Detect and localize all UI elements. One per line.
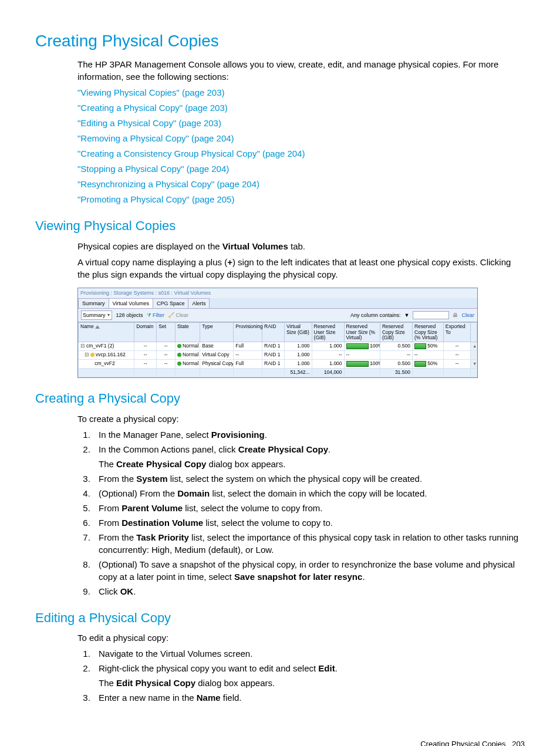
creating-heading: Creating a Physical Copy <box>35 390 525 408</box>
editing-heading: Editing a Physical Copy <box>35 609 525 627</box>
tab-alerts[interactable]: Alerts <box>188 298 210 309</box>
editing-intro: To edit a physical copy: <box>77 632 525 644</box>
tab-summary[interactable]: Summary <box>78 298 109 309</box>
creating-intro: To create a physical copy: <box>77 413 525 425</box>
sort-asc-icon <box>95 325 100 329</box>
column-header[interactable]: Name <box>79 323 134 342</box>
step-item: From the Task Priority list, select the … <box>93 531 525 556</box>
step-item: Navigate to the Virtual Volumes screen. <box>93 647 525 660</box>
page-footer: Creating Physical Copies 203 <box>35 739 525 746</box>
section-link[interactable]: "Promoting a Physical Copy" (page 205) <box>77 193 525 205</box>
chevron-down-icon[interactable]: ▼ <box>404 312 410 319</box>
page-title: Creating Physical Copies <box>35 29 525 52</box>
step-item: (Optional) From the Domain list, select … <box>93 487 525 499</box>
step-item: From the System list, select the system … <box>93 472 525 485</box>
table-row[interactable]: ⊟cm_vvF1 (2)----NormalBaseFullRAID 11.00… <box>79 342 477 351</box>
column-header[interactable]: Type <box>200 323 234 342</box>
column-header[interactable]: Virtual Size (GiB) <box>285 323 312 342</box>
column-header[interactable]: Reserved User Size (GiB) <box>312 323 344 342</box>
tab-cpg-space[interactable]: CPG Space <box>153 298 189 309</box>
section-link[interactable]: "Creating a Physical Copy" (page 203) <box>77 102 525 114</box>
column-header[interactable]: Reserved User Size (% Virtual) <box>344 323 380 342</box>
table-totals-row: 51,342...104,00031.500 <box>79 368 477 377</box>
step-item: From Destination Volume list, select the… <box>93 517 525 529</box>
tab-virtual-volumes[interactable]: Virtual Volumes <box>109 298 153 309</box>
filter-link[interactable]: ⧩ Filter <box>147 312 165 319</box>
section-link[interactable]: "Removing a Physical Copy" (page 204) <box>77 132 525 144</box>
viewing-p2: A virtual copy name displaying a plus (+… <box>77 256 525 281</box>
printer-icon[interactable]: 🖶 <box>453 312 458 319</box>
column-header[interactable]: Domain <box>134 323 157 342</box>
step-item: Click OK. <box>93 585 525 598</box>
column-header[interactable]: Set <box>157 323 176 342</box>
creating-steps: In the Manager Pane, select Provisioning… <box>77 428 525 598</box>
column-header[interactable]: Provisioning <box>234 323 262 342</box>
step-item: From Parent Volume list, select the volu… <box>93 502 525 514</box>
section-link[interactable]: "Creating a Consistency Group Physical C… <box>77 147 525 160</box>
section-link[interactable]: "Resynchronizing a Physical Copy" (page … <box>77 178 525 190</box>
clear-right-link[interactable]: Clear <box>461 312 474 319</box>
column-header[interactable]: State <box>175 323 200 342</box>
table-row[interactable]: cm_vvF2----NormalPhysical CopyFullRAID 1… <box>79 359 477 368</box>
column-header[interactable]: Reserved Copy Size (GiB) <box>380 323 412 342</box>
object-count: 128 objects <box>116 312 143 319</box>
viewing-heading: Viewing Physical Copies <box>35 217 525 235</box>
viewing-p1: Physical copies are displayed on the Vir… <box>77 240 525 252</box>
step-item: In the Manager Pane, select Provisioning… <box>93 428 525 441</box>
column-header[interactable]: RAID <box>262 323 285 342</box>
table-row[interactable]: ⊟vvcp.161.162----NormalVirtual Copy--RAI… <box>79 351 477 360</box>
clear-link[interactable]: 🧹 Clear <box>168 312 188 319</box>
column-header[interactable]: Exported To <box>443 323 471 342</box>
section-link[interactable]: "Editing a Physical Copy" (page 203) <box>77 117 525 129</box>
breadcrumb: Provisioning : Storage Systems : s016 : … <box>78 288 477 298</box>
any-column-label: Any column contains: <box>350 312 401 319</box>
step-item: (Optional) To save a snapshot of the phy… <box>93 558 525 583</box>
step-item: Right-click the physical copy you want t… <box>93 662 525 689</box>
section-link[interactable]: "Stopping a Physical Copy" (page 204) <box>77 163 525 175</box>
step-item: Enter a new name in the Name field. <box>93 691 525 704</box>
virtual-volumes-screenshot: Provisioning : Storage Systems : s016 : … <box>77 288 478 378</box>
editing-steps: Navigate to the Virtual Volumes screen.R… <box>77 647 525 704</box>
intro-paragraph: The HP 3PAR Management Console allows yo… <box>77 58 525 83</box>
section-links: "Viewing Physical Copies" (page 203)"Cre… <box>77 86 525 205</box>
column-header[interactable]: Reserved Copy Size (% Virtual) <box>412 323 443 342</box>
summary-dropdown[interactable]: Summary▼ <box>81 310 112 320</box>
section-link[interactable]: "Viewing Physical Copies" (page 203) <box>77 86 525 99</box>
volumes-table: NameDomainSetStateTypeProvisioningRAIDVi… <box>78 322 477 377</box>
step-item: In the Common Actions panel, click Creat… <box>93 443 525 470</box>
filter-input[interactable] <box>413 311 449 319</box>
